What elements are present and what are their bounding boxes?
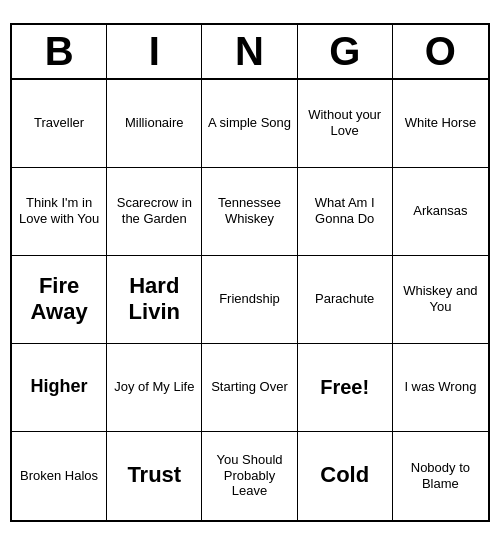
header-letter-o: O	[393, 25, 488, 78]
bingo-cell-4: White Horse	[393, 80, 488, 168]
bingo-cell-9: Arkansas	[393, 168, 488, 256]
header-letter-n: N	[202, 25, 297, 78]
bingo-card: BINGO TravellerMillionaireA simple SongW…	[10, 23, 490, 522]
bingo-cell-10: Fire Away	[12, 256, 107, 344]
bingo-cell-6: Scarecrow in the Garden	[107, 168, 202, 256]
bingo-cell-18: Free!	[298, 344, 393, 432]
bingo-cell-19: I was Wrong	[393, 344, 488, 432]
bingo-cell-7: Tennessee Whiskey	[202, 168, 297, 256]
bingo-cell-8: What Am I Gonna Do	[298, 168, 393, 256]
bingo-cell-16: Joy of My Life	[107, 344, 202, 432]
bingo-cell-2: A simple Song	[202, 80, 297, 168]
bingo-cell-17: Starting Over	[202, 344, 297, 432]
header-letter-b: B	[12, 25, 107, 78]
bingo-cell-12: Friendship	[202, 256, 297, 344]
bingo-cell-23: Cold	[298, 432, 393, 520]
bingo-cell-5: Think I'm in Love with You	[12, 168, 107, 256]
bingo-cell-11: Hard Livin	[107, 256, 202, 344]
bingo-header: BINGO	[12, 25, 488, 80]
header-letter-g: G	[298, 25, 393, 78]
bingo-cell-24: Nobody to Blame	[393, 432, 488, 520]
bingo-cell-22: You Should Probably Leave	[202, 432, 297, 520]
header-letter-i: I	[107, 25, 202, 78]
bingo-cell-20: Broken Halos	[12, 432, 107, 520]
bingo-cell-0: Traveller	[12, 80, 107, 168]
bingo-cell-14: Whiskey and You	[393, 256, 488, 344]
bingo-cell-3: Without your Love	[298, 80, 393, 168]
bingo-cell-1: Millionaire	[107, 80, 202, 168]
bingo-cell-15: Higher	[12, 344, 107, 432]
bingo-cell-21: Trust	[107, 432, 202, 520]
bingo-cell-13: Parachute	[298, 256, 393, 344]
bingo-grid: TravellerMillionaireA simple SongWithout…	[12, 80, 488, 520]
